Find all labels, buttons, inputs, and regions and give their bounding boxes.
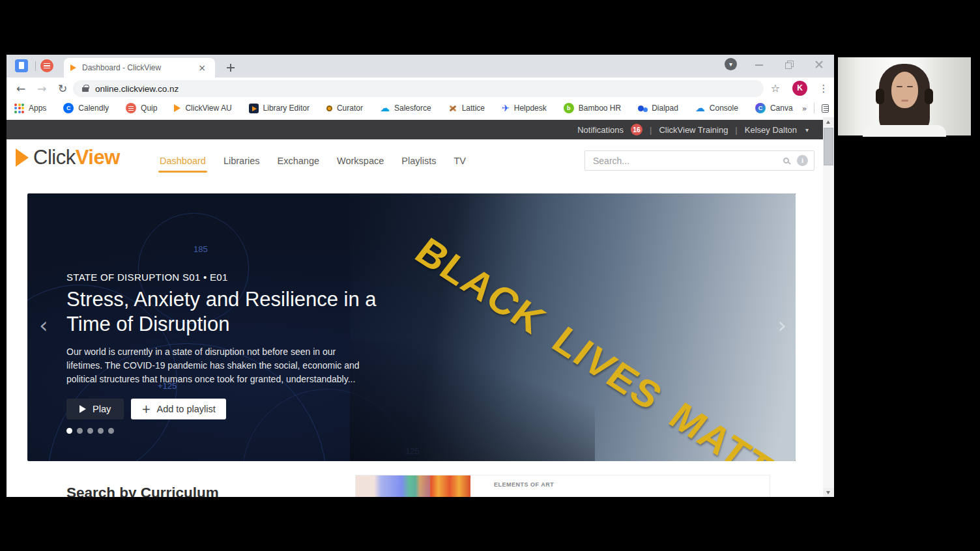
pinned-tab-docs-icon[interactable] xyxy=(15,59,28,72)
address-bar[interactable]: online.clickview.co.nz xyxy=(73,80,764,97)
scrollbar-thumb[interactable] xyxy=(824,128,833,165)
nav-exchange[interactable]: Exchange xyxy=(278,156,320,166)
bookmark-lattice[interactable]: Lattice xyxy=(448,104,485,113)
url-text: online.clickview.co.nz xyxy=(95,84,179,94)
helpdesk-icon: ✈ xyxy=(502,103,510,113)
section-title: Search by Curriculum xyxy=(66,485,219,497)
account-name-link[interactable]: ClickView Training xyxy=(659,125,728,135)
console-cloud-icon: ☁ xyxy=(695,104,705,113)
user-menu[interactable]: Kelsey Dalton xyxy=(745,125,797,135)
map-label: 185 xyxy=(194,244,208,254)
reading-list-button[interactable]: Reading list xyxy=(814,99,834,117)
carousel-dot[interactable] xyxy=(108,428,114,434)
person-face xyxy=(891,72,918,108)
scrollbar-up-icon[interactable] xyxy=(823,117,834,126)
new-tab-button[interactable] xyxy=(223,60,238,76)
tab-dashboard[interactable]: Dashboard - ClickView × xyxy=(64,58,215,78)
carousel-prev-icon[interactable]: ‹ xyxy=(39,314,48,336)
bookmark-salesforce[interactable]: ☁ Salesforce xyxy=(380,104,431,113)
hero-title: Stress, Anxiety and Resilience in a Time… xyxy=(66,287,386,336)
info-icon[interactable]: i xyxy=(797,155,808,166)
dialpad-icon xyxy=(638,106,644,111)
browser-update-icon[interactable]: ▾ xyxy=(725,58,737,70)
profile-avatar[interactable]: K xyxy=(792,81,807,96)
calendly-icon: C xyxy=(63,103,74,113)
bamboo-hr-icon: b xyxy=(564,103,574,113)
logo-play-icon xyxy=(16,148,29,167)
tab-title: Dashboard - ClickView xyxy=(82,63,195,72)
logo-text-click: Click xyxy=(33,146,76,169)
nav-workspace[interactable]: Workspace xyxy=(337,156,384,166)
search-input[interactable] xyxy=(585,156,783,166)
site-search: i xyxy=(584,150,814,171)
plus-icon: + xyxy=(141,404,151,414)
lock-icon xyxy=(82,87,89,92)
window-restore-button[interactable] xyxy=(779,55,798,74)
bookmark-quip[interactable]: Quip xyxy=(126,103,157,113)
bookmarks-overflow-icon[interactable]: » xyxy=(802,104,807,113)
nav-libraries[interactable]: Libraries xyxy=(223,156,260,166)
carousel-dot[interactable] xyxy=(66,428,72,434)
page-scrollbar[interactable] xyxy=(823,117,834,497)
card-label: ELEMENTS OF ART xyxy=(494,481,554,488)
nav-playlists[interactable]: Playlists xyxy=(401,156,436,166)
notifications-link[interactable]: Notifications xyxy=(577,125,624,135)
back-button[interactable]: ← xyxy=(13,81,29,96)
bookmark-dialpad[interactable]: Dialpad xyxy=(638,104,678,113)
bookmark-curator[interactable]: Curator xyxy=(326,104,363,113)
bookmark-star-icon[interactable]: ☆ xyxy=(768,81,783,96)
user-name: Kelsey Dalton xyxy=(745,125,797,135)
bookmark-helpdesk[interactable]: ✈ Helpdesk xyxy=(502,103,547,113)
webcam-video xyxy=(838,57,971,135)
apps-grid-icon xyxy=(14,104,24,113)
notifications-badge: 16 xyxy=(631,124,642,135)
quip-icon xyxy=(126,103,136,113)
carousel-next-icon[interactable]: › xyxy=(777,314,786,336)
bookmark-library-editor[interactable]: Library Editor xyxy=(249,104,310,113)
canva-icon: C xyxy=(755,103,766,113)
add-to-playlist-label: Add to playlist xyxy=(156,404,215,414)
topbar-separator: | xyxy=(650,125,652,135)
bookmark-bamboo-hr[interactable]: b Bamboo HR xyxy=(564,103,621,113)
clickview-logo[interactable]: Click View xyxy=(16,146,120,169)
card-thumbnail xyxy=(356,475,470,497)
bookmark-calendly[interactable]: C Calendly xyxy=(63,103,109,113)
bookmarks-bar: Apps C Calendly Quip ClickView AU Librar… xyxy=(7,99,834,117)
browser-menu-icon[interactable]: ⋮ xyxy=(816,81,831,96)
add-to-playlist-button[interactable]: + Add to playlist xyxy=(131,399,226,419)
scrollbar-down-icon[interactable] xyxy=(823,488,834,497)
lattice-icon xyxy=(448,104,457,113)
carousel-dot[interactable] xyxy=(77,428,83,434)
window-close-button[interactable] xyxy=(809,55,829,74)
hero-content: STATE OF DISRUPTION S01 • E01 Stress, An… xyxy=(66,272,392,419)
play-icon xyxy=(79,405,86,413)
nav-dashboard[interactable]: Dashboard xyxy=(160,156,206,166)
reading-list-divider xyxy=(814,103,814,113)
clickview-play-icon xyxy=(174,104,180,112)
person-shirt xyxy=(863,125,946,137)
reload-button[interactable]: ↻ xyxy=(55,81,70,96)
headphone-left-icon xyxy=(876,89,884,104)
bookmark-clickview-au[interactable]: ClickView AU xyxy=(174,104,231,113)
search-icon[interactable] xyxy=(783,158,789,163)
pinned-tab-divider xyxy=(35,61,36,71)
main-nav: Dashboard Libraries Exchange Workspace P… xyxy=(160,152,466,169)
carousel-dot[interactable] xyxy=(98,428,104,434)
bookmark-canva[interactable]: C Canva xyxy=(755,103,793,113)
play-button[interactable]: Play xyxy=(66,399,124,419)
bookmark-console[interactable]: ☁ Console xyxy=(695,104,738,113)
forward-button[interactable]: → xyxy=(34,81,50,96)
logo-text-view: View xyxy=(76,146,120,169)
tab-strip: Dashboard - ClickView × ▾ xyxy=(7,55,834,78)
curator-icon xyxy=(326,106,332,111)
content-card[interactable]: ELEMENTS OF ART xyxy=(355,475,770,497)
tab-close-icon[interactable]: × xyxy=(195,62,209,74)
pinned-tab-quip-icon[interactable] xyxy=(40,59,53,72)
user-caret-icon[interactable]: ▾ xyxy=(805,126,809,134)
window-minimize-button[interactable] xyxy=(749,55,769,74)
browser-toolbar: ← → ↻ online.clickview.co.nz ☆ K ⋮ xyxy=(7,78,834,99)
site-topbar: Notifications 16 | ClickView Training | … xyxy=(7,120,823,139)
bookmark-apps[interactable]: Apps xyxy=(14,104,46,113)
carousel-dot[interactable] xyxy=(87,428,93,434)
nav-tv[interactable]: TV xyxy=(454,156,467,166)
